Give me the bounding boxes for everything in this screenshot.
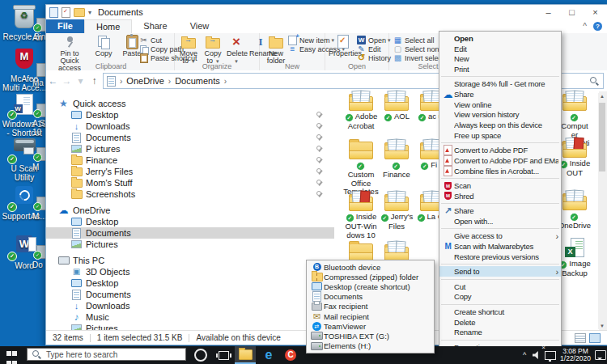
volume-button[interactable]: ×: [531, 346, 543, 364]
context-menu-item-scan[interactable]: Scan: [439, 180, 561, 191]
context-menu-item-give-access-to[interactable]: Give access to›: [439, 231, 561, 242]
context-menu-item-shred[interactable]: Shred: [439, 191, 561, 201]
up-arrow-icon[interactable]: ↑: [87, 75, 101, 87]
tab-file[interactable]: File: [46, 19, 84, 33]
forward-arrow-icon[interactable]: →: [60, 75, 74, 87]
scrollbar-thumb[interactable]: [599, 103, 605, 171]
context-menu-item-delete[interactable]: Delete: [439, 317, 561, 328]
send-to-item-elements-h[interactable]: Elements (H:): [307, 341, 434, 351]
context-menu-item-view-online[interactable]: View online: [439, 99, 561, 110]
nav-item-quick-access-finance[interactable]: Finance: [46, 154, 334, 166]
context-menu-item-restore-previous-versions[interactable]: Restore previous versions: [439, 252, 561, 262]
tab-share[interactable]: Share: [132, 19, 178, 33]
file-item-inside-out[interactable]: ✓Inside OUT: [557, 137, 592, 178]
tab-view[interactable]: View: [179, 19, 221, 33]
title-bar[interactable]: ▾ Documents – □ ×: [46, 5, 607, 19]
ribbon-button-move-to[interactable]: Move to ▾: [176, 35, 201, 65]
context-menu-item-open[interactable]: Open: [439, 33, 561, 44]
context-menu-item-combine-files-in-acrobat[interactable]: Combine files in Acrobat...: [439, 166, 561, 176]
nav-item-quick-access-downloads[interactable]: ↓Downloads: [46, 121, 334, 132]
context-menu-item-new[interactable]: New: [439, 53, 561, 64]
clock[interactable]: 3:08 PM 1/22/2020: [557, 348, 594, 362]
context-menu-item-convert-to-adobe-pdf-and-email[interactable]: Convert to Adobe PDF and EMail: [439, 155, 561, 166]
minimize-button[interactable]: –: [537, 5, 560, 19]
task-view-button[interactable]: [214, 346, 233, 364]
ribbon-button-properties[interactable]: Properties: [327, 35, 359, 57]
close-button[interactable]: ×: [584, 5, 607, 19]
action-center-button[interactable]: [594, 346, 607, 364]
file-item-jerry-s-files[interactable]: ✓Jerry's Files: [379, 190, 414, 231]
start-button[interactable]: [6, 349, 17, 364]
ribbon-button-history[interactable]: ↺History: [356, 53, 391, 62]
details-view-icon[interactable]: [575, 333, 586, 343]
context-menu-item-free-up-space[interactable]: Free up space: [439, 130, 561, 141]
nav-item-quick-access-mom-s-stuff[interactable]: Mom's Stuff: [46, 177, 334, 188]
nav-item-quick-access-documents[interactable]: Documents: [46, 132, 334, 143]
context-menu-item-share[interactable]: ☁Share: [439, 89, 561, 99]
breadcrumb-item-documents[interactable]: Documents: [175, 76, 220, 86]
nav-item-this-pc-documents[interactable]: Documents: [46, 289, 334, 300]
file-item-aol[interactable]: ✓AOL: [379, 90, 414, 122]
send-to-item-toshiba-ext-g[interactable]: TOSHIBA EXT (G:): [307, 331, 434, 341]
send-to-item-compressed-zipped-folder[interactable]: Compressed (zipped) folder: [307, 272, 434, 281]
nav-item-quick-access-desktop[interactable]: Desktop: [46, 109, 334, 121]
file-list-scrollbar[interactable]: ▲ ▼: [598, 93, 606, 329]
nav-section-quick-access[interactable]: ★Quick access: [46, 98, 334, 109]
ribbon-button-open[interactable]: WOpen▾: [356, 36, 391, 44]
send-to-item-teamviewer[interactable]: ⇄TeamViewer: [307, 321, 434, 331]
file-item-onedrive[interactable]: ✓OneDrive: [557, 189, 592, 231]
context-menu-item-cut[interactable]: Cut: [439, 281, 561, 292]
send-to-item-mail-recipient[interactable]: ✉Mail recipient: [307, 311, 434, 321]
tray-expand-button[interactable]: ^: [519, 346, 530, 364]
context-menu-item-storage-84-full-get-more[interactable]: Storage 84% full - Get more: [439, 79, 561, 90]
qat-dropdown-caret-icon[interactable]: ▾: [88, 9, 91, 16]
send-to-item-desktop-create-shortcut[interactable]: Desktop (create shortcut): [307, 281, 434, 291]
file-explorer-taskbar-button[interactable]: [235, 346, 256, 364]
context-menu-item-create-shortcut[interactable]: Create shortcut: [439, 307, 561, 317]
nav-section-onedrive[interactable]: ☁OneDrive: [46, 205, 334, 216]
taskbar-search[interactable]: Type here to search: [27, 348, 186, 361]
breadcrumb[interactable]: ›OneDrive›Documents›: [103, 73, 482, 89]
breadcrumb-item-onedrive[interactable]: OneDrive: [126, 76, 163, 86]
context-menu-item-print[interactable]: Print: [439, 64, 561, 74]
nav-item-quick-access-jerry-s-files[interactable]: Jerry's Files: [46, 166, 334, 177]
properties-icon[interactable]: [62, 7, 70, 18]
nav-item-quick-access-screenshots[interactable]: Screenshots: [46, 188, 334, 200]
nav-item-quick-access-p-ictures[interactable]: P ictures: [46, 143, 334, 154]
send-to-item-bluetooth-device[interactable]: BBluetooth device: [307, 262, 434, 272]
recent-arrow-icon[interactable]: ▾: [74, 75, 87, 87]
tab-home[interactable]: Home: [84, 19, 132, 33]
nav-item-onedrive-pictures[interactable]: Pictures: [46, 239, 334, 250]
cortana-button[interactable]: [192, 346, 210, 364]
file-item-finance[interactable]: ✓Finance: [379, 138, 414, 180]
context-menu-item-send-to[interactable]: Send to›: [439, 266, 561, 277]
file-item-adobe-acrobat[interactable]: ✓Adobe Acrobat: [343, 90, 379, 131]
ribbon-button-new-folder[interactable]: New folder: [261, 35, 291, 65]
scroll-down-icon[interactable]: ▼: [598, 324, 606, 328]
network-button[interactable]: [544, 346, 557, 364]
nav-item-onedrive-desktop[interactable]: Desktop: [46, 216, 334, 227]
context-menu-item-scan-with-malwarebytes[interactable]: MScan with Malwarebytes: [439, 241, 561, 252]
ribbon-button-delete[interactable]: ×Delete ▾: [225, 35, 248, 65]
send-to-item-fax-recipient[interactable]: Fax recipient: [307, 302, 434, 311]
nav-item-onedrive-documents[interactable]: Documents: [46, 227, 334, 239]
send-to-item-documents[interactable]: Documents: [307, 292, 434, 302]
edge-taskbar-button[interactable]: e: [259, 346, 278, 364]
scroll-up-icon[interactable]: ▲: [598, 94, 606, 99]
ccleaner-taskbar-button[interactable]: C: [281, 346, 300, 364]
context-menu-item-always-keep-on-this-device[interactable]: Always keep on this device: [439, 120, 561, 130]
file-item-inside-out-win-dows-10[interactable]: ✓Inside OUT-Win dows 10: [343, 190, 379, 239]
back-arrow-icon[interactable]: ←: [46, 75, 60, 87]
nav-item-this-pc-3d-objects[interactable]: ▣3D Objects: [46, 266, 334, 277]
nav-item-this-pc-desktop[interactable]: Desktop: [46, 277, 334, 289]
context-menu-item-rename[interactable]: Rename: [439, 327, 561, 337]
context-menu-item-copy[interactable]: Copy: [439, 292, 561, 303]
context-menu-item-share[interactable]: ↗Share: [439, 205, 561, 216]
nav-section-this-pc[interactable]: This PC: [46, 255, 334, 266]
context-menu-item-open-with[interactable]: Open with...: [439, 216, 561, 226]
nav-item-this-pc-music[interactable]: ♪Music: [46, 311, 334, 323]
new-folder-icon[interactable]: [74, 8, 85, 17]
file-item-image-backup[interactable]: X✓Image Backup: [557, 237, 592, 278]
ribbon-collapse-icon[interactable]: ^: [583, 22, 587, 31]
maximize-button[interactable]: □: [560, 5, 584, 19]
